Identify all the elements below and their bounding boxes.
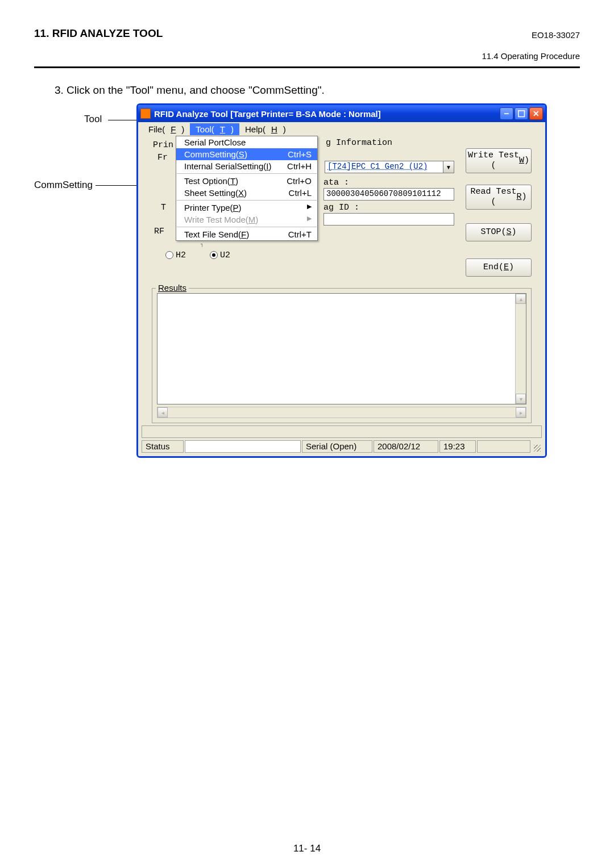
dropdown-arrow-icon[interactable]: ▼ (443, 161, 454, 173)
minimize-button[interactable]: – (500, 107, 513, 120)
radio-h2[interactable]: H2 (165, 251, 186, 260)
data-input[interactable]: 300003040506070809101112 (323, 188, 454, 201)
scroll-left-icon[interactable]: ◂ (157, 407, 168, 418)
menu-sheet-setting[interactable]: Sheet Setting(X)Ctrl+L (176, 187, 317, 199)
callout-tool: Tool (84, 114, 102, 125)
menu-separator (177, 227, 317, 227)
menu-text-file-send[interactable]: Text File Send(F)Ctrl+T (176, 228, 317, 240)
vertical-scrollbar[interactable]: ▴ ▾ (515, 294, 526, 404)
horizontal-scrollbar[interactable]: ◂ ▸ (157, 407, 526, 418)
results-textarea[interactable]: ▴ ▾ (157, 293, 526, 404)
status-spare (477, 440, 530, 453)
results-group: Results ▴ ▾ ◂ ▸ (152, 288, 532, 423)
titlebar: RFID Analyze Tool [Target Printer= B-SA … (138, 105, 545, 122)
read-test-button[interactable]: Read Test(R) (466, 185, 532, 210)
menubar: File(F) Tool(T) Help(H) (138, 122, 545, 136)
status-message (185, 440, 301, 453)
instruction-step: 3. Click on the "Tool" menu, and choose … (55, 84, 580, 97)
tag-type-combo[interactable]: [T24]EPC C1 Gen2 (U2) ▼ (325, 161, 454, 173)
menu-test-option[interactable]: Test Option(T)Ctrl+O (176, 175, 317, 187)
results-title: Results (156, 283, 189, 293)
peek-fr: Fr (157, 153, 168, 162)
menu-commsetting[interactable]: CommSetting(S)Ctrl+S (176, 148, 317, 160)
statusbar: Status Serial (Open) 2008/02/12 19:23 (142, 440, 542, 453)
doc-id: EO18-33027 (532, 30, 580, 40)
section-label: 11.4 Operating Procedure (34, 51, 580, 61)
tool-dropdown: Serial PortClose CommSetting(S)Ctrl+S In… (176, 136, 318, 241)
status-label: Status (142, 440, 184, 453)
data-label: ata : (323, 178, 349, 187)
menu-tool[interactable]: Tool(T) (190, 123, 239, 135)
peek-rf: RF (154, 227, 164, 236)
progress-bar (142, 425, 542, 438)
write-test-button[interactable]: Write Test(W) (466, 148, 532, 173)
menu-printer-type[interactable]: Printer Type(P)▶ (176, 202, 317, 214)
menu-separator (177, 173, 317, 174)
page-number: 11- 14 (0, 843, 614, 854)
status-date: 2008/02/12 (374, 440, 438, 453)
header-rule (34, 66, 580, 68)
status-time: 19:23 (439, 440, 476, 453)
resize-grip-icon[interactable] (532, 440, 542, 453)
tag-type-value: [T24]EPC C1 Gen2 (U2) (325, 161, 443, 173)
app-icon (140, 108, 151, 119)
scroll-right-icon[interactable]: ▸ (516, 407, 526, 418)
scroll-down-icon[interactable]: ▾ (516, 394, 526, 404)
peek-prin: Prin (153, 140, 173, 150)
application-window: RFID Analyze Tool [Target Printer= B-SA … (136, 103, 547, 458)
page-header-title: 11. RFID ANALYZE TOOL (34, 27, 163, 40)
window-body: Prin Fr T RF H2 U2 ┐ Serial PortClose Co… (138, 136, 545, 456)
callout-line (96, 185, 141, 186)
menu-separator (177, 200, 317, 201)
callout-commsetting: CommSetting (34, 180, 93, 191)
status-connection: Serial (Open) (302, 440, 372, 453)
stop-button[interactable]: STOP(S) (466, 223, 532, 241)
scroll-up-icon[interactable]: ▴ (516, 294, 526, 304)
tag-info-title: g Information (326, 138, 392, 148)
radio-u2[interactable]: U2 (210, 251, 230, 260)
menu-file[interactable]: File(F) (143, 123, 190, 135)
tagid-label: ag ID : (323, 203, 359, 212)
tagid-input[interactable] (323, 213, 454, 226)
menu-help[interactable]: Help(H) (239, 123, 292, 135)
end-button[interactable]: End(E) (466, 258, 532, 277)
window-title: RFID Analyze Tool [Target Printer= B-SA … (154, 109, 381, 119)
menu-internal-serial[interactable]: Internal SerialSetting(I)Ctrl+H (176, 160, 317, 172)
maximize-button[interactable]: ☐ (515, 107, 528, 120)
menu-write-test-mode: Write Test Mode(M)▶ (176, 214, 317, 226)
peek-t: T (161, 203, 166, 212)
menu-serial-port-close[interactable]: Serial PortClose (176, 136, 317, 148)
close-button[interactable]: ✕ (529, 107, 543, 120)
